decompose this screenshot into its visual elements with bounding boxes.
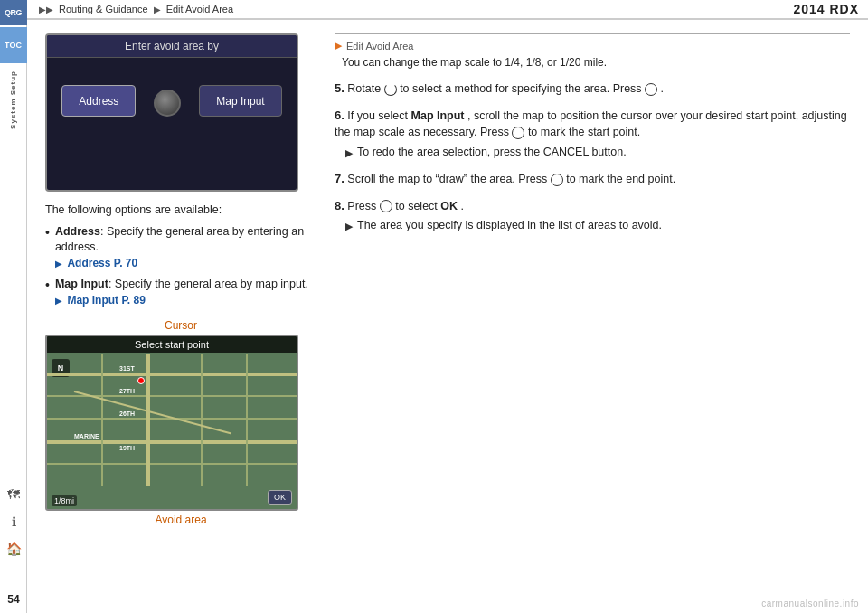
step-8-sub-text: The area you specify is displayed in the… [357, 217, 662, 234]
sidebar-toc[interactable]: TOC [0, 27, 27, 63]
sidebar: QRG TOC System Setup 🗺 ℹ 🏠 54 [0, 0, 27, 613]
step-5-num: 5. [335, 81, 344, 95]
step-7: 7. Scroll the map to “draw” the area. Pr… [335, 170, 850, 188]
note-title: ▶ Edit Avoid Area [335, 40, 850, 52]
address-option: • Address: Specify the general area by e… [45, 224, 316, 272]
avoid-area-label: Avoid area [45, 514, 316, 526]
street-label-marine: MARINE [74, 433, 99, 439]
step-8-text: Press [347, 200, 379, 212]
options-intro: The following options are available: [45, 203, 316, 219]
push-icon-7 [551, 174, 563, 186]
note-box: ▶ Edit Avoid Area You can change the map… [335, 33, 850, 71]
step-7-text2: to mark the end point. [566, 173, 675, 185]
note-title-text: Edit Avoid Area [346, 41, 413, 52]
page-title: 2014 RDX [793, 2, 859, 16]
left-column: Enter avoid area by Address Map Input Th… [45, 33, 316, 599]
cursor-label: Cursor [45, 319, 316, 332]
step-8-bold: OK [440, 200, 458, 212]
page-number: 54 [0, 593, 27, 606]
map-input-option-desc: : Specify the general area by map input. [108, 278, 308, 290]
map-screen: Select start point N 31ST 27TH 26TH [45, 335, 298, 511]
map-input-option: • Map Input: Specify the general area by… [45, 277, 316, 308]
address-link-arrow: ▶ [55, 259, 62, 269]
main-content: Enter avoid area by Address Map Input Th… [27, 20, 868, 613]
enter-avoid-area-screen: Enter avoid area by Address Map Input [45, 33, 298, 192]
step-6-bold: Map Input [411, 109, 465, 122]
step-5-text2: to select a method for specifying the ar… [400, 82, 645, 95]
watermark: carmanualsonline.info [761, 599, 859, 608]
breadcrumb-part2[interactable]: Edit Avoid Area [166, 4, 233, 14]
info-icon[interactable]: ℹ [4, 512, 24, 532]
joystick-knob [154, 90, 181, 117]
steps-section: 5. Rotate to select a method for specify… [335, 80, 850, 234]
push-icon-8 [380, 200, 392, 212]
breadcrumb-arrow2: ▶ [154, 5, 161, 14]
map-icon[interactable]: 🗺 [4, 485, 24, 505]
map-input-link[interactable]: Map Input P. 89 [67, 294, 145, 306]
breadcrumb-part1[interactable]: Routing & Guidance [59, 4, 147, 14]
map-input-link-arrow: ▶ [55, 296, 62, 306]
note-arrow-icon: ▶ [335, 40, 342, 52]
topbar: ▶▶ Routing & Guidance ▶ Edit Avoid Area … [27, 0, 868, 20]
street-label-31st: 31ST [119, 365, 135, 372]
step-6-sub: ▶ To redo the area selection, press the … [345, 144, 850, 161]
step-6-text3: to mark the start point. [528, 126, 640, 138]
breadcrumb: ▶▶ Routing & Guidance ▶ Edit Avoid Area [36, 4, 233, 14]
map-cursor-dot [137, 377, 145, 384]
step-8-sub: ▶ The area you specify is displayed in t… [345, 217, 850, 234]
step-6-text: If you select [347, 109, 410, 122]
step-6-num: 6. [335, 108, 344, 122]
step-5-text3: . [661, 82, 664, 95]
push-icon-6 [512, 127, 524, 139]
options-section: The following options are available: • A… [45, 203, 316, 308]
step-8: 8. Press to select OK . ▶ The area you s… [335, 197, 850, 235]
home-icon[interactable]: 🏠 [4, 539, 24, 559]
step-8-text2: to select [395, 200, 440, 212]
map-input-option-label: Map Input [55, 278, 108, 290]
map-scale: 1/8mi [52, 495, 77, 506]
address-option-label: Address [55, 225, 100, 238]
push-icon-5 [645, 83, 657, 96]
sidebar-system-setup-label: System Setup [9, 71, 17, 129]
right-column: ▶ Edit Avoid Area You can change the map… [335, 33, 850, 599]
step-8-text3: . [461, 200, 464, 212]
sub-arrow-icon-8: ▶ [345, 219, 353, 234]
map-ok-button[interactable]: OK [268, 490, 292, 505]
sidebar-qrg[interactable]: QRG [0, 0, 27, 25]
map-title-bar: Select start point [47, 336, 297, 353]
step-7-num: 7. [335, 172, 344, 185]
screen-title: Enter avoid area by [47, 35, 297, 58]
screen-buttons: Address Map Input [61, 85, 281, 117]
address-screen-button[interactable]: Address [61, 85, 136, 117]
address-link[interactable]: Address P. 70 [67, 257, 137, 269]
step-7-text: Scroll the map to “draw” the area. Press [347, 173, 550, 185]
step-6-sub-text: To redo the area selection, press the CA… [357, 144, 627, 161]
street-label-19th: 19TH [119, 445, 135, 451]
street-label-26th: 26TH [119, 410, 135, 417]
bullet-dot-2: • [45, 278, 50, 291]
step-8-num: 8. [335, 199, 344, 212]
sub-arrow-icon-6: ▶ [345, 146, 353, 161]
map-input-screen-button[interactable]: Map Input [199, 85, 281, 117]
step-5: 5. Rotate to select a method for specify… [335, 80, 850, 98]
bullet-dot-1: • [45, 226, 50, 239]
step-6: 6. If you select Map Input , scroll the … [335, 107, 850, 161]
street-label-27th: 27TH [119, 388, 135, 394]
map-grid: 31ST 27TH 26TH MARINE 19TH [47, 354, 297, 486]
breadcrumb-arrow1: ▶▶ [39, 5, 53, 14]
step-5-text1: Rotate [347, 82, 383, 95]
note-text: You can change the map scale to 1/4, 1/8… [335, 55, 850, 71]
rotate-icon [384, 83, 397, 96]
